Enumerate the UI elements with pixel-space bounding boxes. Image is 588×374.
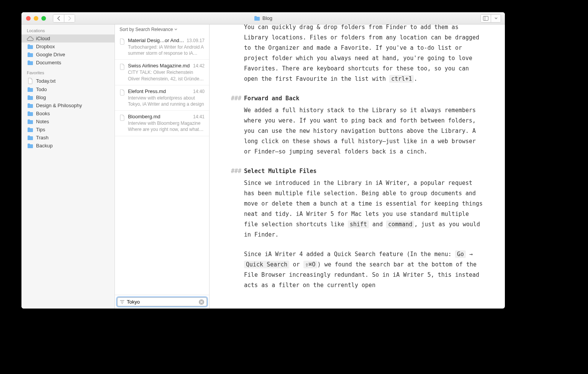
file-item[interactable]: Swiss Airlines Magazine.md 14:42 CITY TA… [115, 60, 209, 85]
heading-marker: ### [231, 166, 241, 176]
sidebar-item-label: Blog [36, 95, 46, 100]
editor[interactable]: You can quickly drag & drop folders from… [210, 12, 505, 309]
file-title: Bloomberg.md [128, 114, 161, 119]
sidebar-item-documents[interactable]: Documents [21, 59, 115, 67]
nav-back-button[interactable] [53, 15, 64, 22]
folder-icon [27, 143, 34, 149]
file-preview: Interview with Bloomberg Magazine Where … [128, 120, 205, 132]
sidebar-item-icloud[interactable]: iCloud [21, 34, 115, 42]
sort-label: Sort by Search Relevance [120, 27, 173, 32]
sidebar: Locations iCloud Dropbox Google Drive Do… [21, 12, 115, 309]
traffic-lights [21, 16, 46, 21]
sidebar-item-blog[interactable]: Blog [21, 93, 115, 101]
file-preview: Interview with elefontpress about Tokyo,… [128, 95, 205, 107]
sidebar-item-trash[interactable]: Trash [21, 134, 115, 142]
doc-icon [120, 89, 125, 107]
inline-code: ⇧⌘O [303, 261, 318, 268]
sidebar-item-label: Books [36, 111, 50, 116]
sidebar-item-design-philosophy[interactable]: Design & Philosophy [21, 101, 115, 109]
doc-icon [120, 38, 125, 56]
sidebar-item-backup[interactable]: Backup [21, 142, 115, 150]
doc-icon [120, 114, 125, 132]
doc-icon [120, 64, 125, 82]
sidebar-item-label: Google Drive [36, 52, 65, 57]
nav-forward-button[interactable] [64, 15, 75, 22]
folder-icon [27, 103, 34, 108]
chevron-down-icon [174, 28, 177, 31]
sidebar-item-todo[interactable]: Todo [21, 85, 115, 93]
sidebar-item-label: Documents [36, 60, 61, 65]
sidebar-item-label: Todo [36, 87, 47, 92]
folder-icon [27, 44, 34, 49]
minimize-button[interactable] [34, 16, 38, 21]
close-button[interactable] [26, 16, 31, 21]
file-title: Elefont Press.md [128, 88, 166, 94]
filter-icon [120, 300, 124, 304]
doc-icon [27, 78, 34, 84]
inline-code: shift [348, 220, 369, 228]
inline-code: ctrl+1 [389, 75, 414, 83]
folder-icon [27, 127, 34, 132]
folder-icon [27, 60, 34, 65]
sidebar-item-label: Today.txt [36, 78, 56, 84]
folder-icon [27, 52, 34, 57]
file-title: Material Desig…or Android.txt [128, 38, 184, 43]
sidebar-item-google-drive[interactable]: Google Drive [21, 51, 115, 59]
file-date: 13.09.17 [187, 38, 205, 43]
inline-code: Go [455, 250, 466, 258]
sidebar-item-today[interactable]: Today.txt [21, 77, 115, 85]
titlebar: Blog [21, 12, 505, 24]
file-item[interactable]: Material Desig…or Android.txt 13.09.17 T… [115, 34, 209, 60]
folder-icon [27, 135, 34, 140]
sidebar-section-header: Locations [21, 24, 115, 34]
file-list: Sort by Search Relevance Material Desig…… [115, 12, 210, 309]
sidebar-item-label: Dropbox [36, 44, 55, 49]
sort-header[interactable]: Sort by Search Relevance [115, 24, 209, 34]
editor-paragraph: You can quickly drag & drop folders from… [244, 22, 484, 84]
file-item[interactable]: Bloomberg.md 14:41 Interview with Bloomb… [115, 111, 209, 136]
svg-rect-0 [483, 16, 488, 20]
folder-icon [27, 87, 34, 92]
sidebar-item-label: Backup [36, 143, 52, 149]
file-date: 14:41 [193, 114, 205, 119]
inline-code: command [386, 220, 414, 228]
heading-text: Forward and Back [244, 95, 300, 102]
sidebar-item-label: Trash [36, 135, 49, 140]
file-preview: Turbocharged: iA Writer for Android A su… [128, 44, 205, 56]
file-item[interactable]: Elefont Press.md 14:40 Interview with el… [115, 85, 209, 111]
folder-icon [254, 16, 260, 21]
editor-heading: ### Select Multiple Files [244, 166, 484, 176]
sidebar-item-label: iCloud [36, 36, 50, 41]
close-icon [200, 301, 203, 304]
sidebar-section-header: Favorites [21, 67, 115, 77]
folder-icon [27, 111, 34, 116]
search-clear-button[interactable] [199, 299, 204, 305]
file-date: 14:40 [193, 89, 205, 94]
sidebar-item-books[interactable]: Books [21, 109, 115, 118]
folder-icon [27, 95, 34, 100]
search-input[interactable] [127, 299, 197, 305]
breadcrumb: Blog [254, 15, 272, 21]
sidebar-item-tips[interactable]: Tips [21, 126, 115, 134]
app-window: Blog Locations iCloud Dropbox Google Dri… [21, 12, 505, 309]
cloud-icon [27, 36, 34, 41]
search-bar [115, 295, 209, 309]
file-title: Swiss Airlines Magazine.md [128, 63, 190, 69]
editor-paragraph: We added a full history stack to the Lib… [244, 105, 484, 157]
folder-icon [27, 119, 34, 124]
heading-text: Select Multiple Files [244, 168, 317, 175]
file-preview: CITY TALK: Oliver Reichenstein Oliver Re… [128, 69, 205, 82]
search-field[interactable] [117, 297, 207, 306]
nav-buttons [53, 14, 75, 23]
editor-paragraph: Since iA Writer 4 added a Quick Search f… [244, 249, 484, 291]
heading-marker: ### [231, 93, 241, 104]
editor-paragraph: Since we introduced in the Library in iA… [244, 178, 484, 240]
maximize-button[interactable] [41, 16, 46, 21]
sidebar-item-notes[interactable]: Notes [21, 118, 115, 126]
view-dropdown-button[interactable] [491, 15, 501, 22]
view-controls [480, 14, 501, 23]
breadcrumb-label: Blog [262, 15, 272, 21]
sidebar-item-dropbox[interactable]: Dropbox [21, 42, 115, 51]
sidebar-item-label: Notes [36, 119, 49, 124]
toggle-sidebar-button[interactable] [481, 15, 491, 22]
